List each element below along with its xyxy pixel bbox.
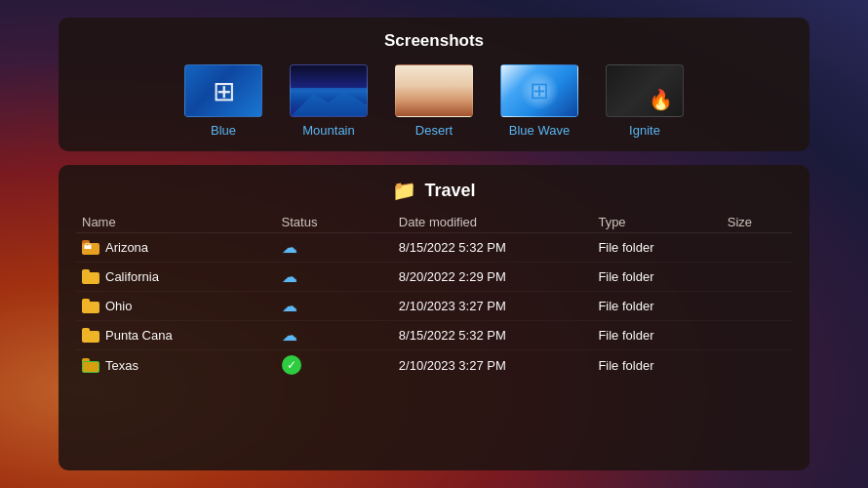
screenshot-item-mountain[interactable]: Mountain xyxy=(290,64,368,138)
file-date-cell: 8/20/2022 2:29 PM xyxy=(393,263,593,292)
file-type-cell: File folder xyxy=(592,321,721,350)
file-name-cell: Punta Cana xyxy=(76,321,276,350)
table-row[interactable]: Arizona☁8/15/2022 5:32 PMFile folder xyxy=(76,233,792,263)
screenshot-item-ignite[interactable]: Ignite xyxy=(606,64,684,138)
file-name-cell: Ohio xyxy=(76,292,276,321)
screenshot-label-ignite: Ignite xyxy=(629,123,660,138)
screenshot-thumb-ignite xyxy=(606,64,684,117)
screenshot-item-desert[interactable]: Desert xyxy=(395,64,473,138)
travel-title-text: Travel xyxy=(424,181,475,201)
screenshot-thumb-blue xyxy=(184,64,262,117)
screenshots-grid: Blue Mountain Desert Blue Wave Ignite xyxy=(76,64,792,138)
screenshot-thumb-bluewave xyxy=(500,64,578,117)
travel-panel: 📁 Travel Name Status Date modified Type … xyxy=(59,165,809,470)
file-name: Ohio xyxy=(105,299,132,313)
col-header-name: Name xyxy=(76,212,276,233)
cloud-icon: ☁ xyxy=(282,297,297,315)
file-size-cell xyxy=(722,350,792,381)
file-date-cell: 8/15/2022 5:32 PM xyxy=(393,233,593,263)
col-header-size: Size xyxy=(722,212,792,233)
screenshot-label-desert: Desert xyxy=(415,123,453,138)
cloud-icon: ☁ xyxy=(282,267,297,286)
file-status-cell: ☁ xyxy=(276,321,393,350)
file-status-cell: ☁ xyxy=(276,292,393,321)
file-type-cell: File folder xyxy=(592,292,721,321)
screenshot-label-mountain: Mountain xyxy=(302,123,354,138)
screenshot-label-blue: Blue xyxy=(211,123,236,138)
cloud-icon: ☁ xyxy=(282,326,297,345)
file-type-cell: File folder xyxy=(592,263,721,292)
cloud-icon: ☁ xyxy=(282,238,297,257)
file-name: Arizona xyxy=(105,240,148,255)
checkmark-icon: ✓ xyxy=(282,355,301,375)
file-size-cell xyxy=(722,292,792,321)
file-date-cell: 2/10/2023 3:27 PM xyxy=(393,350,593,381)
screenshot-thumb-mountain xyxy=(290,64,368,117)
screenshot-label-bluewave: Blue Wave xyxy=(509,123,570,138)
screenshot-thumb-desert xyxy=(395,64,473,117)
folder-icon xyxy=(82,328,99,343)
file-status-cell: ✓ xyxy=(276,350,393,381)
col-header-status: Status xyxy=(276,212,393,233)
screenshot-item-bluewave[interactable]: Blue Wave xyxy=(500,64,578,138)
file-type-cell: File folder xyxy=(592,350,721,381)
file-name: California xyxy=(105,269,159,284)
table-row[interactable]: Texas✓2/10/2023 3:27 PMFile folder xyxy=(76,350,792,381)
file-type-cell: File folder xyxy=(592,233,721,263)
file-status-cell: ☁ xyxy=(276,233,393,263)
travel-folder-icon: 📁 xyxy=(392,179,416,202)
folder-icon xyxy=(82,269,99,284)
table-row[interactable]: Ohio☁2/10/2023 3:27 PMFile folder xyxy=(76,292,792,321)
col-header-type: Type xyxy=(592,212,721,233)
file-name: Texas xyxy=(105,358,138,373)
file-name: Punta Cana xyxy=(105,328,173,343)
screenshot-item-blue[interactable]: Blue xyxy=(184,64,262,138)
col-header-date: Date modified xyxy=(393,212,593,233)
file-name-cell: Arizona xyxy=(76,233,276,263)
table-row[interactable]: California☁8/20/2022 2:29 PMFile folder xyxy=(76,263,792,292)
folder-icon xyxy=(82,358,99,373)
file-size-cell xyxy=(722,263,792,292)
file-table: Name Status Date modified Type Size Ariz… xyxy=(76,212,792,380)
screenshots-panel: Screenshots Blue Mountain Desert Blue Wa… xyxy=(59,18,809,151)
file-date-cell: 2/10/2023 3:27 PM xyxy=(393,292,593,321)
file-size-cell xyxy=(722,321,792,350)
file-name-cell: Texas xyxy=(76,350,276,381)
file-size-cell xyxy=(722,233,792,263)
table-row[interactable]: Punta Cana☁8/15/2022 5:32 PMFile folder xyxy=(76,321,792,350)
travel-title: 📁 Travel xyxy=(76,179,792,202)
folder-icon xyxy=(82,240,99,255)
file-status-cell: ☁ xyxy=(276,263,393,292)
screenshots-title: Screenshots xyxy=(76,31,792,51)
file-name-cell: California xyxy=(76,263,276,292)
file-date-cell: 8/15/2022 5:32 PM xyxy=(393,321,593,350)
folder-icon xyxy=(82,299,99,313)
